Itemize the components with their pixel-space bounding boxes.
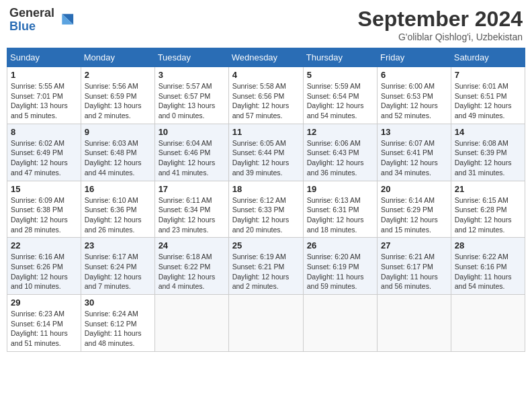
calendar-day-cell: 11 Sunrise: 6:05 AM Sunset: 6:44 PM Dayl… bbox=[228, 124, 303, 181]
day-info: Sunrise: 5:57 AM Sunset: 6:57 PM Dayligh… bbox=[159, 81, 225, 121]
calendar-day-cell: 18 Sunrise: 6:12 AM Sunset: 6:33 PM Dayl… bbox=[228, 181, 303, 238]
day-info: Sunrise: 6:04 AM Sunset: 6:46 PM Dayligh… bbox=[159, 138, 225, 178]
weekday-header-cell: Tuesday bbox=[154, 48, 228, 67]
calendar-day-cell: 21 Sunrise: 6:15 AM Sunset: 6:28 PM Dayl… bbox=[451, 181, 525, 238]
weekday-header-row: SundayMondayTuesdayWednesdayThursdayFrid… bbox=[7, 48, 525, 67]
calendar-day-cell: 29 Sunrise: 6:23 AM Sunset: 6:14 PM Dayl… bbox=[7, 295, 81, 352]
day-info: Sunrise: 6:08 AM Sunset: 6:39 PM Dayligh… bbox=[455, 138, 521, 178]
calendar-day-cell: 7 Sunrise: 6:01 AM Sunset: 6:51 PM Dayli… bbox=[451, 67, 525, 124]
day-number: 10 bbox=[159, 127, 225, 137]
day-info: Sunrise: 6:06 AM Sunset: 6:43 PM Dayligh… bbox=[307, 138, 373, 178]
day-number: 17 bbox=[159, 184, 225, 194]
calendar-day-cell bbox=[303, 295, 377, 352]
day-number: 27 bbox=[381, 240, 447, 250]
day-info: Sunrise: 6:13 AM Sunset: 6:31 PM Dayligh… bbox=[307, 195, 373, 235]
calendar-day-cell: 10 Sunrise: 6:04 AM Sunset: 6:46 PM Dayl… bbox=[154, 124, 228, 181]
day-number: 4 bbox=[232, 70, 300, 80]
calendar-week-row: 8 Sunrise: 6:02 AM Sunset: 6:49 PM Dayli… bbox=[7, 124, 525, 181]
day-info: Sunrise: 5:58 AM Sunset: 6:56 PM Dayligh… bbox=[232, 81, 300, 121]
calendar-day-cell bbox=[154, 295, 228, 352]
calendar-day-cell: 22 Sunrise: 6:16 AM Sunset: 6:26 PM Dayl… bbox=[7, 238, 81, 295]
calendar-table: SundayMondayTuesdayWednesdayThursdayFrid… bbox=[7, 48, 525, 352]
calendar-day-cell: 26 Sunrise: 6:20 AM Sunset: 6:19 PM Dayl… bbox=[303, 238, 377, 295]
calendar-day-cell: 4 Sunrise: 5:58 AM Sunset: 6:56 PM Dayli… bbox=[228, 67, 303, 124]
day-info: Sunrise: 5:55 AM Sunset: 7:01 PM Dayligh… bbox=[11, 81, 77, 121]
calendar-week-row: 15 Sunrise: 6:09 AM Sunset: 6:38 PM Dayl… bbox=[7, 181, 525, 238]
day-number: 28 bbox=[455, 240, 521, 250]
day-info: Sunrise: 6:20 AM Sunset: 6:19 PM Dayligh… bbox=[307, 252, 373, 291]
logo-icon bbox=[56, 11, 75, 30]
day-info: Sunrise: 6:09 AM Sunset: 6:38 PM Dayligh… bbox=[11, 195, 77, 235]
calendar-day-cell: 28 Sunrise: 6:22 AM Sunset: 6:16 PM Dayl… bbox=[451, 238, 525, 295]
calendar-day-cell: 30 Sunrise: 6:24 AM Sunset: 6:12 PM Dayl… bbox=[81, 295, 154, 352]
calendar-day-cell: 8 Sunrise: 6:02 AM Sunset: 6:49 PM Dayli… bbox=[7, 124, 81, 181]
calendar-day-cell: 15 Sunrise: 6:09 AM Sunset: 6:38 PM Dayl… bbox=[7, 181, 81, 238]
day-number: 15 bbox=[11, 184, 77, 194]
day-info: Sunrise: 6:23 AM Sunset: 6:14 PM Dayligh… bbox=[11, 309, 77, 349]
page-header: General Blue September 2024 G'oliblar Qi… bbox=[7, 7, 525, 42]
logo-line2: Blue bbox=[9, 20, 54, 34]
calendar-day-cell: 24 Sunrise: 6:18 AM Sunset: 6:22 PM Dayl… bbox=[154, 238, 228, 295]
calendar-day-cell: 16 Sunrise: 6:10 AM Sunset: 6:36 PM Dayl… bbox=[81, 181, 154, 238]
logo-line1: General bbox=[9, 7, 54, 20]
day-info: Sunrise: 6:24 AM Sunset: 6:12 PM Dayligh… bbox=[85, 309, 151, 349]
weekday-header-cell: Sunday bbox=[7, 48, 81, 67]
day-number: 1 bbox=[11, 70, 77, 80]
day-number: 7 bbox=[455, 70, 521, 80]
title-block: September 2024 G'oliblar Qishlog'i, Uzbe… bbox=[358, 7, 523, 42]
day-number: 6 bbox=[381, 70, 447, 80]
location-subtitle: G'oliblar Qishlog'i, Uzbekistan bbox=[358, 32, 523, 42]
day-number: 13 bbox=[381, 127, 447, 137]
calendar-day-cell: 27 Sunrise: 6:21 AM Sunset: 6:17 PM Dayl… bbox=[378, 238, 451, 295]
day-number: 2 bbox=[85, 70, 151, 80]
day-info: Sunrise: 6:18 AM Sunset: 6:22 PM Dayligh… bbox=[159, 252, 225, 291]
day-info: Sunrise: 6:15 AM Sunset: 6:28 PM Dayligh… bbox=[455, 195, 521, 235]
weekday-header-cell: Thursday bbox=[303, 48, 377, 67]
day-number: 8 bbox=[11, 127, 77, 137]
day-number: 3 bbox=[159, 70, 225, 80]
day-number: 12 bbox=[307, 127, 373, 137]
day-info: Sunrise: 6:16 AM Sunset: 6:26 PM Dayligh… bbox=[11, 252, 77, 291]
day-number: 18 bbox=[232, 184, 300, 194]
calendar-day-cell: 9 Sunrise: 6:03 AM Sunset: 6:48 PM Dayli… bbox=[81, 124, 154, 181]
day-number: 21 bbox=[455, 184, 521, 194]
day-info: Sunrise: 6:19 AM Sunset: 6:21 PM Dayligh… bbox=[232, 252, 300, 291]
weekday-header-cell: Saturday bbox=[451, 48, 525, 67]
calendar-day-cell: 12 Sunrise: 6:06 AM Sunset: 6:43 PM Dayl… bbox=[303, 124, 377, 181]
day-info: Sunrise: 6:05 AM Sunset: 6:44 PM Dayligh… bbox=[232, 138, 300, 178]
day-info: Sunrise: 6:07 AM Sunset: 6:41 PM Dayligh… bbox=[381, 138, 447, 178]
weekday-header-cell: Wednesday bbox=[228, 48, 303, 67]
calendar-day-cell: 14 Sunrise: 6:08 AM Sunset: 6:39 PM Dayl… bbox=[451, 124, 525, 181]
day-number: 24 bbox=[159, 240, 225, 250]
day-info: Sunrise: 6:14 AM Sunset: 6:29 PM Dayligh… bbox=[381, 195, 447, 235]
day-number: 22 bbox=[11, 240, 77, 250]
calendar-day-cell: 1 Sunrise: 5:55 AM Sunset: 7:01 PM Dayli… bbox=[7, 67, 81, 124]
day-number: 29 bbox=[11, 298, 77, 308]
day-info: Sunrise: 6:01 AM Sunset: 6:51 PM Dayligh… bbox=[455, 81, 521, 121]
day-number: 14 bbox=[455, 127, 521, 137]
day-number: 5 bbox=[307, 70, 373, 80]
calendar-day-cell: 13 Sunrise: 6:07 AM Sunset: 6:41 PM Dayl… bbox=[378, 124, 451, 181]
month-title: September 2024 bbox=[358, 7, 523, 32]
day-info: Sunrise: 6:03 AM Sunset: 6:48 PM Dayligh… bbox=[85, 138, 151, 178]
calendar-day-cell: 25 Sunrise: 6:19 AM Sunset: 6:21 PM Dayl… bbox=[228, 238, 303, 295]
calendar-week-row: 22 Sunrise: 6:16 AM Sunset: 6:26 PM Dayl… bbox=[7, 238, 525, 295]
calendar-day-cell: 2 Sunrise: 5:56 AM Sunset: 6:59 PM Dayli… bbox=[81, 67, 154, 124]
day-info: Sunrise: 6:11 AM Sunset: 6:34 PM Dayligh… bbox=[159, 195, 225, 235]
day-info: Sunrise: 6:12 AM Sunset: 6:33 PM Dayligh… bbox=[232, 195, 300, 235]
calendar-day-cell: 19 Sunrise: 6:13 AM Sunset: 6:31 PM Dayl… bbox=[303, 181, 377, 238]
calendar-day-cell bbox=[378, 295, 451, 352]
day-info: Sunrise: 5:59 AM Sunset: 6:54 PM Dayligh… bbox=[307, 81, 373, 121]
day-info: Sunrise: 6:21 AM Sunset: 6:17 PM Dayligh… bbox=[381, 252, 447, 291]
day-number: 23 bbox=[85, 240, 151, 250]
calendar-day-cell: 3 Sunrise: 5:57 AM Sunset: 6:57 PM Dayli… bbox=[154, 67, 228, 124]
day-number: 20 bbox=[381, 184, 447, 194]
weekday-header-cell: Friday bbox=[378, 48, 451, 67]
weekday-header-cell: Monday bbox=[81, 48, 154, 67]
day-info: Sunrise: 6:17 AM Sunset: 6:24 PM Dayligh… bbox=[85, 252, 151, 291]
day-info: Sunrise: 5:56 AM Sunset: 6:59 PM Dayligh… bbox=[85, 81, 151, 121]
calendar-body: 1 Sunrise: 5:55 AM Sunset: 7:01 PM Dayli… bbox=[7, 67, 525, 352]
calendar-week-row: 29 Sunrise: 6:23 AM Sunset: 6:14 PM Dayl… bbox=[7, 295, 525, 352]
day-number: 30 bbox=[85, 298, 151, 308]
calendar-day-cell bbox=[228, 295, 303, 352]
